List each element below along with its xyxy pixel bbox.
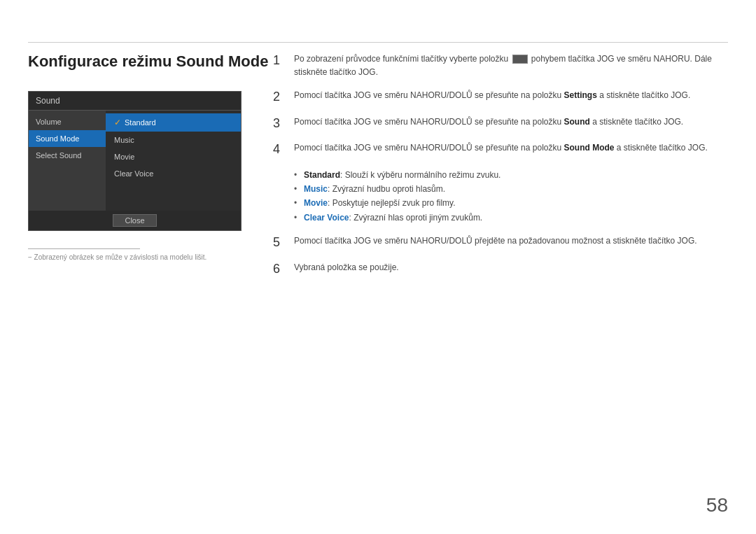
music-label: Music: [304, 184, 328, 194]
bullet-item-movie: Movie: Poskytuje nejlepší zvuk pro filmy…: [294, 196, 728, 210]
bullet-list: Standard: Slouží k výběru normálního rež…: [294, 168, 728, 225]
menu-item-sound-mode: Sound Mode: [29, 130, 106, 147]
step-1: 1 Po zobrazení průvodce funkčními tlačít…: [273, 52, 728, 79]
ui-panel-header: Sound: [29, 92, 241, 111]
step-number-3: 3: [273, 115, 286, 132]
step-text-4: Pomocí tlačítka JOG ve směru NAHORU/DOLŮ…: [294, 141, 708, 155]
top-divider: [28, 42, 728, 43]
page-title-area: Konfigurace režimu Sound Mode: [28, 52, 268, 83]
sub-item-standard: ✓ Standard: [106, 113, 241, 132]
movie-label: Movie: [304, 198, 328, 208]
clearvoice-label: Clear Voice: [304, 213, 349, 223]
step-3: 3 Pomocí tlačítka JOG ve směru NAHORU/DO…: [273, 115, 728, 132]
step-number-5: 5: [273, 234, 286, 251]
bullet-item-standard: Standard: Slouží k výběru normálního rež…: [294, 168, 728, 182]
step-text-3: Pomocí tlačítka JOG ve směru NAHORU/DOLŮ…: [294, 115, 683, 129]
ui-panel: Sound Volume Sound Mode Select Sound ✓ S…: [28, 91, 241, 231]
menu-item-volume: Volume: [29, 113, 106, 130]
bullet-item-music: Music: Zvýrazní hudbu oproti hlasům.: [294, 182, 728, 196]
right-content: 1 Po zobrazení průvodce funkčními tlačít…: [273, 52, 728, 287]
bullet-item-clearvoice: Clear Voice: Zvýrazní hlas oproti jiným …: [294, 211, 728, 225]
close-button-label: Close: [113, 214, 156, 227]
step-text-2: Pomocí tlačítka JOG ve směru NAHORU/DOLŮ…: [294, 89, 690, 102]
page-number: 58: [706, 494, 728, 517]
ui-panel-footer: Close: [29, 211, 241, 230]
step-6: 6 Vybraná položka se použije.: [273, 261, 728, 277]
step-number-4: 4: [273, 141, 286, 157]
check-mark-icon: ✓: [114, 118, 121, 127]
step-5: 5 Pomocí tlačítka JOG ve směru NAHORU/DO…: [273, 234, 728, 251]
step-number-2: 2: [273, 89, 286, 105]
step-2: 2 Pomocí tlačítka JOG ve směru NAHORU/DO…: [273, 89, 728, 105]
sub-item-clearvoice: Clear Voice: [106, 165, 241, 182]
step-number-1: 1: [273, 52, 286, 69]
page-title: Konfigurace režimu Sound Mode: [28, 52, 268, 71]
grid-icon: [512, 55, 528, 64]
sub-item-music: Music: [106, 132, 241, 148]
sub-item-movie: Movie: [106, 148, 241, 165]
step-4: 4 Pomocí tlačítka JOG ve směru NAHORU/DO…: [273, 141, 728, 157]
step-text-6: Vybraná položka se použije.: [294, 261, 399, 274]
step-text-1: Po zobrazení průvodce funkčními tlačítky…: [294, 52, 728, 79]
menu-item-select-sound: Select Sound: [29, 147, 106, 164]
step-number-6: 6: [273, 261, 286, 277]
step-text-5: Pomocí tlačítka JOG ve směru NAHORU/DOLŮ…: [294, 234, 697, 248]
panel-note: − Zobrazený obrázek se může v závislosti…: [28, 253, 206, 261]
panel-section-divider: [28, 248, 140, 249]
